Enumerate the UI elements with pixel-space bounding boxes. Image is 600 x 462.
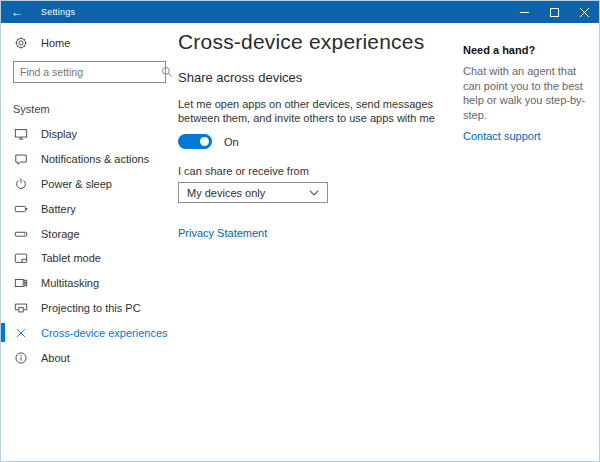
tablet-mode-icon — [13, 251, 29, 265]
sidebar-home-label: Home — [41, 37, 70, 49]
cross-device-icon — [13, 326, 29, 340]
back-arrow-icon: ← — [11, 5, 23, 19]
minimize-icon — [520, 8, 529, 17]
share-description: Let me open apps on other devices, send … — [178, 97, 460, 125]
help-body: Chat with an agent that can point you to… — [463, 64, 589, 122]
back-button[interactable]: ← — [1, 1, 33, 23]
minimize-button[interactable] — [509, 1, 539, 23]
notifications-icon — [13, 152, 29, 166]
sidebar-item-home[interactable]: Home — [13, 31, 178, 55]
contact-support-link[interactable]: Contact support — [463, 130, 541, 142]
sidebar-item-display[interactable]: Display — [1, 122, 178, 147]
sidebar-item-notifications[interactable]: Notifications & actions — [1, 147, 178, 172]
storage-icon — [13, 227, 29, 241]
sidebar-item-battery[interactable]: Battery — [1, 196, 178, 221]
share-scope-label: I can share or receive from — [178, 165, 599, 177]
help-panel: Need a hand? Chat with an agent that can… — [463, 44, 589, 144]
sidebar-item-tablet-mode[interactable]: Tablet mode — [1, 246, 178, 271]
maximize-icon — [550, 8, 559, 17]
share-toggle[interactable] — [178, 134, 212, 149]
sidebar-item-projecting[interactable]: Projecting to this PC — [1, 296, 178, 321]
toggle-knob — [200, 137, 209, 146]
maximize-button[interactable] — [539, 1, 569, 23]
chevron-down-icon — [309, 190, 319, 196]
privacy-statement-link[interactable]: Privacy Statement — [178, 227, 267, 239]
power-icon — [13, 177, 29, 191]
window-title: Settings — [41, 7, 75, 17]
search-box[interactable] — [13, 61, 166, 83]
battery-icon — [13, 202, 29, 216]
search-input[interactable] — [14, 66, 161, 78]
about-icon — [13, 351, 29, 365]
share-scope-dropdown[interactable]: My devices only — [178, 182, 328, 203]
help-heading: Need a hand? — [463, 44, 589, 56]
sidebar-section-system: System — [13, 103, 178, 115]
sidebar-item-power-sleep[interactable]: Power & sleep — [1, 172, 178, 197]
projecting-icon — [13, 301, 29, 315]
sidebar-item-storage[interactable]: Storage — [1, 221, 178, 246]
titlebar: ← Settings — [1, 1, 599, 23]
search-icon — [161, 66, 173, 78]
sidebar-nav: Display Notifications & actions Power & … — [1, 122, 178, 370]
close-icon — [580, 8, 589, 17]
sidebar-item-about[interactable]: About — [1, 345, 178, 370]
dropdown-selected-value: My devices only — [187, 187, 265, 199]
main-content: Cross-device experiences Share across de… — [178, 23, 599, 461]
display-icon — [13, 127, 29, 141]
gear-icon — [13, 36, 29, 50]
multitasking-icon — [13, 276, 29, 290]
settings-window: ← Settings Home — [0, 0, 600, 462]
toggle-state-label: On — [224, 136, 239, 148]
sidebar-item-cross-device[interactable]: Cross-device experiences — [1, 320, 178, 345]
sidebar: Home System Display — [1, 23, 178, 461]
close-button[interactable] — [569, 1, 599, 23]
sidebar-item-multitasking[interactable]: Multitasking — [1, 271, 178, 296]
